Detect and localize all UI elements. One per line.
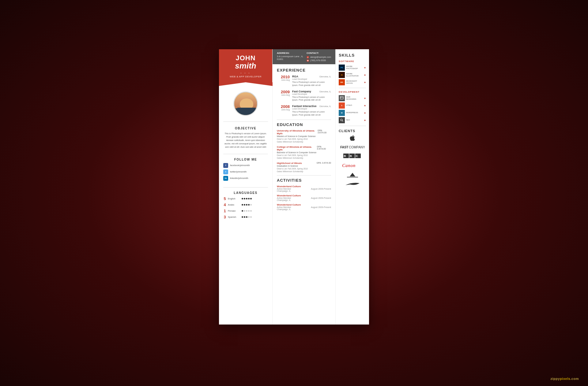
phone-value: (785) 979-5555 xyxy=(310,59,326,62)
languages-section: LANGUAGES 5 English 4 Arabic 1 xyxy=(219,190,272,224)
skills-title: SKILLS xyxy=(339,53,366,58)
activity-role-2: Active Member xyxy=(277,197,291,199)
client-bbc: B B C xyxy=(339,153,366,160)
divider-2 xyxy=(223,154,268,154)
address-label: Address: xyxy=(277,52,307,54)
exp-location-2008: Glenview, IL xyxy=(319,105,331,107)
svg-text:COMPANY: COMPANY xyxy=(349,145,365,149)
phone-icon: ☎ xyxy=(307,59,309,62)
main-column: Address: 3-A Loremipsum Lane , IL 61801 … xyxy=(273,49,335,325)
edu-highschool: HighSchool of Illinois GPA: 3.67/4.00 Gr… xyxy=(277,162,331,173)
seo-icon xyxy=(339,117,345,123)
languages-title: LANGUAGES xyxy=(223,191,268,195)
follow-title: FOLLOW ME xyxy=(223,158,268,161)
exp-year-2009: 2009 June-Aug xyxy=(277,90,290,102)
microsoft-icon: MS xyxy=(339,79,345,85)
illustrator-name: ADOBEILLUSTRATOR xyxy=(346,73,363,77)
wordpress-star: ★ xyxy=(364,112,366,114)
follow-section: FOLLOW ME f facebook/johnsmith t twitter… xyxy=(219,157,272,185)
exp-period-2008: June-Aug xyxy=(277,109,290,111)
social-twitter[interactable]: t twitter/johnsmith xyxy=(223,169,268,174)
photoshop-star: ★ xyxy=(364,66,366,69)
objective-text: This is Photoshop's version of Lorem Ips… xyxy=(223,132,268,149)
avatar-face xyxy=(234,92,257,115)
experience-title: EXPERIENCE xyxy=(277,68,331,72)
lang-spanish: 3 Spanish xyxy=(223,215,268,219)
exp-item-2010: 2010 June-Aug RGA Glenview, IL Lead Deve… xyxy=(277,75,331,87)
exp-desc-2008: This is Photoshop's version of Lorem Ips… xyxy=(292,110,331,117)
skill-photoshop: PS ADOBEPHOTOSHOP ★ xyxy=(339,65,366,71)
linkedin-label: linkedin/johnsmith xyxy=(230,177,248,180)
svg-rect-0 xyxy=(340,97,343,99)
skills-column: SKILLS SOFTWARE PS ADOBEPHOTOSHOP ★ AI A… xyxy=(335,49,369,325)
activity-name-2: Womderland Culture xyxy=(277,194,331,197)
activity-location-1: Champaign, IL xyxy=(277,190,331,192)
skill-html5: 5 HTML5 ★ xyxy=(339,102,366,109)
activity-date-2: August 2009-Present xyxy=(311,197,331,199)
client-fastcompany: FAST COMPANY xyxy=(339,144,366,150)
watermark-pixels: pixels xyxy=(560,377,570,380)
social-facebook[interactable]: f facebook/johnsmith xyxy=(223,163,268,168)
exp-role-2010: Lead Developer xyxy=(292,78,331,80)
exp-location-2010: Glenview, IL xyxy=(319,76,331,78)
skill-seo: SEO ★ xyxy=(339,117,366,123)
exp-item-2009: 2009 June-Aug Fast Company Glenview, IL … xyxy=(277,90,331,102)
edu-school-university: University of Illinoisia at Urbana-Myth xyxy=(277,129,318,135)
exp-details-2008: Fantast Interactive Glenview, IL Lead De… xyxy=(292,105,331,117)
activity-date-3: August 2009-Present xyxy=(311,206,331,208)
svg-text:FAST: FAST xyxy=(340,145,349,149)
address-value: 3-A Loremipsum Lane , IL 61801 xyxy=(277,55,307,61)
svg-point-3 xyxy=(341,119,342,121)
objective-title: OBJECTIVE xyxy=(223,127,268,130)
webdesign-icon xyxy=(339,95,345,101)
activity-name-1: Womderland Culture xyxy=(277,185,331,188)
exp-details-2009: Fast Company Glenview, IL Lead Developer… xyxy=(292,90,331,102)
lang-arabic: 4 Arabic xyxy=(223,202,268,207)
divider-1 xyxy=(223,121,268,122)
exp-company-2008: Fantast Interactive xyxy=(292,105,317,108)
svg-text:B: B xyxy=(344,154,346,158)
watermark: zippypixels.com xyxy=(551,377,579,380)
first-name: JOHN xyxy=(223,55,269,61)
skill-microsoft: MS MICROSOFTOFFICE ★ xyxy=(339,79,366,85)
edu-degree-highschool: Graduation in Science xyxy=(277,165,331,167)
edu-detail-college: Dean's List: Fall 2009, Spring 2010Gates… xyxy=(277,154,331,159)
lang-english: 5 English xyxy=(223,196,268,201)
contact-bar: Address: 3-A Loremipsum Lane , IL 61801 … xyxy=(273,49,335,64)
exp-desc-2010: This is Photoshop's version of Lorem Ips… xyxy=(292,81,331,87)
edu-gpa-university: GPA: 3.67/4.00 xyxy=(318,129,331,135)
exp-details-2010: RGA Glenview, IL Lead Developer This is … xyxy=(292,75,331,87)
left-column: JOHN smith • • • Web & App Developer OBJ… xyxy=(219,49,273,325)
exp-year-2010: 2010 June-Aug xyxy=(277,75,290,87)
avatar xyxy=(233,91,258,116)
client-nike xyxy=(339,180,366,187)
illustrator-icon: AI xyxy=(339,72,345,78)
clients-divider-top xyxy=(339,126,366,126)
webdesign-name: WEBDESIGNING xyxy=(346,96,363,100)
edu-degree-college: Bachelor of Science in Computer Science xyxy=(277,151,331,154)
exp-year-2008: 2008 June-Aug xyxy=(277,105,290,117)
skill-illustrator: AI ADOBEILLUSTRATOR ★ xyxy=(339,72,366,78)
avatar-section xyxy=(219,86,272,119)
divider-3 xyxy=(223,187,268,187)
client-adidas: adidas xyxy=(339,171,366,178)
clients-title: CLIENTS xyxy=(339,129,366,133)
email-icon: @ xyxy=(307,56,309,58)
edu-detail-university: Dean's List: Fall 2009, Spring 2010Gates… xyxy=(277,138,331,143)
seo-name: SEO xyxy=(346,119,363,121)
activity-name-3: Womderland Culture xyxy=(277,203,331,206)
exp-role-2008: Lead Developer xyxy=(292,108,331,110)
ribbon-decoration xyxy=(219,82,273,86)
edu-detail-highschool: Dean's List: Fall 2009, Spring 2010Gates… xyxy=(277,167,331,173)
social-linkedin[interactable]: in linkedin/johnsmith xyxy=(223,176,268,181)
client-apple xyxy=(339,135,366,141)
exp-year-num-2009: 2009 xyxy=(277,90,290,94)
lang-name-spanish: Spanish xyxy=(228,216,240,218)
facebook-label: facebook/johnsmith xyxy=(230,164,250,167)
html5-star: ★ xyxy=(364,104,366,107)
exp-period-2009: June-Aug xyxy=(277,94,290,96)
lang-num-english: 5 xyxy=(223,196,226,201)
edu-college: College of Illinoisia at Urbana-Myth GPA… xyxy=(277,146,331,159)
email-value: alangi@sample.com xyxy=(310,56,331,58)
edu-school-highschool: HighSchool of Illinois xyxy=(277,162,302,165)
